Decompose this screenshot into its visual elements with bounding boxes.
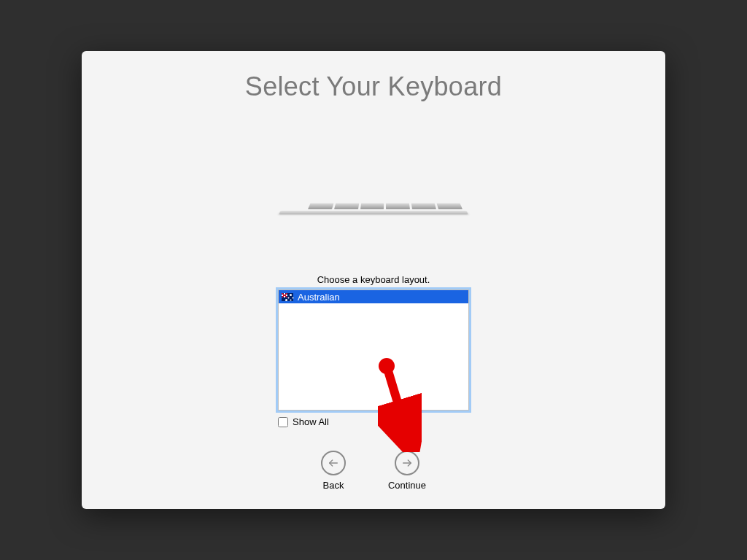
nav-buttons: Back Continue	[321, 451, 426, 491]
continue-button[interactable]: Continue	[388, 451, 426, 491]
instruction-text: Choose a keyboard layout.	[317, 274, 430, 285]
flag-australia-icon	[282, 293, 293, 301]
keyboard-layout-list[interactable]: Australian	[278, 289, 469, 411]
setup-panel: Select Your Keyboard Choose a keyboard l…	[82, 51, 665, 509]
show-all-row: Show All	[278, 416, 469, 427]
back-label: Back	[323, 480, 344, 491]
list-item-label: Australian	[298, 292, 340, 303]
arrow-left-icon	[321, 451, 346, 475]
list-item[interactable]: Australian	[279, 290, 468, 303]
show-all-checkbox[interactable]	[278, 417, 288, 427]
show-all-label: Show All	[293, 416, 329, 427]
continue-label: Continue	[388, 480, 426, 491]
keyboard-illustration	[279, 190, 468, 219]
arrow-right-icon	[395, 451, 419, 475]
back-button[interactable]: Back	[321, 451, 346, 491]
page-title: Select Your Keyboard	[245, 71, 502, 102]
